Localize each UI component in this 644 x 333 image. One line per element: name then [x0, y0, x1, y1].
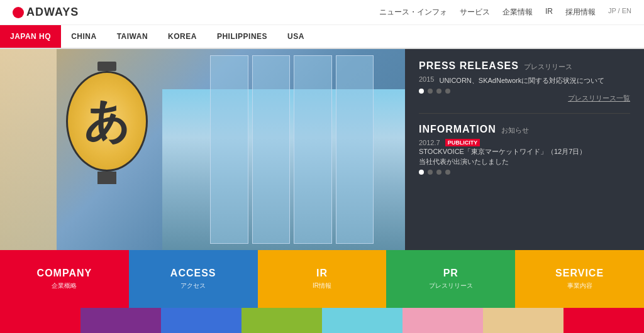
tile-company[interactable]: COMPANY 企業概略	[0, 250, 129, 308]
nav-ir[interactable]: IR	[545, 7, 553, 18]
info-dot-4[interactable]	[445, 170, 450, 175]
logo-icon	[13, 7, 24, 18]
nav-taiwan[interactable]: TAIWAN	[107, 25, 158, 48]
release-date: 2015	[419, 75, 434, 83]
strip-3	[161, 308, 242, 333]
tile-service-en: SERVICE	[555, 268, 604, 279]
logo[interactable]: ADWAYS	[13, 6, 79, 19]
header: ADWAYS ニュース・インフォ サービス 企業情報 IR 採用情報 JP / …	[0, 0, 644, 25]
lantern-bottom	[97, 172, 116, 184]
information-jp: お知らせ	[501, 126, 529, 135]
info-dot-1[interactable]	[419, 170, 424, 175]
nav-philippines[interactable]: PHILIPPINES	[207, 25, 277, 48]
press-releases-jp: プレスリリース	[524, 62, 572, 72]
tile-pr[interactable]: PR プレスリリース	[386, 250, 515, 308]
top-nav: JAPAN HQ CHINA TAIWAN KOREA PHILIPPINES …	[0, 25, 644, 49]
tile-service[interactable]: SERVICE 事業内容	[515, 250, 644, 308]
nav-news[interactable]: ニュース・インフォ	[379, 7, 447, 18]
tile-company-jp: 企業概略	[52, 281, 77, 290]
hero-panel: PRESS RELEASES プレスリリース 2015 UNICORN、SKAd…	[405, 49, 644, 250]
tile-pr-jp: プレスリリース	[429, 281, 473, 290]
nav-service[interactable]: サービス	[460, 7, 490, 18]
window-frames	[204, 49, 380, 250]
color-strip	[0, 308, 644, 333]
release-text: UNICORN、SKAdNetworkに関する対応状況について	[439, 75, 604, 86]
strip-5	[322, 308, 402, 333]
information-section: INFORMATION お知らせ 2012.7 PUBLICITY STOCKV…	[419, 124, 630, 175]
tile-service-jp: 事業内容	[567, 281, 592, 290]
strip-7	[483, 308, 564, 333]
press-releases-section: PRESS RELEASES プレスリリース 2015 UNICORN、SKAd…	[419, 60, 630, 103]
header-nav: ニュース・インフォ サービス 企業情報 IR 採用情報 JP / EN	[379, 7, 631, 18]
nav-recruit[interactable]: 採用情報	[565, 7, 596, 18]
lantern-body: あ	[66, 71, 148, 172]
info-text: 当社代表が出演いたしました	[419, 156, 630, 167]
info-entry: 2012.7 PUBLICITY	[419, 139, 630, 146]
dot-1[interactable]	[419, 89, 424, 94]
lantern-char: あ	[84, 91, 130, 151]
divider	[419, 113, 630, 114]
lantern: あ	[63, 62, 151, 187]
tile-ir[interactable]: IR IR情報	[258, 250, 387, 308]
press-release-entry: 2015 UNICORN、SKAdNetworkに関する対応状況について	[419, 75, 630, 86]
hero-section: あ PRESS RELEASES プレスリリース 2015 UNICORN、SK…	[0, 49, 644, 250]
info-badge: PUBLICITY	[445, 139, 480, 146]
press-releases-en: PRESS RELEASES	[419, 60, 519, 72]
info-dot-2[interactable]	[428, 170, 433, 175]
dot-2[interactable]	[428, 89, 433, 94]
tile-access-jp: アクセス	[180, 281, 206, 290]
strip-1	[0, 308, 80, 333]
info-title: STOCKVOICE「東京マーケットワイド」（12月7日）	[419, 146, 630, 157]
nav-usa[interactable]: USA	[277, 25, 314, 48]
tile-pr-en: PR	[443, 268, 458, 279]
nav-company[interactable]: 企業情報	[502, 7, 533, 18]
lang-switch[interactable]: JP / EN	[608, 7, 631, 18]
info-dots	[419, 170, 630, 175]
dot-3[interactable]	[436, 89, 441, 94]
tile-access-en: ACCESS	[170, 268, 216, 279]
information-title: INFORMATION お知らせ	[419, 124, 630, 135]
tile-ir-en: IR	[316, 268, 328, 279]
nav-japan-hq[interactable]: JAPAN HQ	[0, 25, 61, 48]
press-releases-link[interactable]: プレスリリース一覧	[419, 94, 630, 103]
tile-access[interactable]: ACCESS アクセス	[129, 250, 258, 308]
nav-china[interactable]: CHINA	[61, 25, 107, 48]
nav-korea[interactable]: KOREA	[158, 25, 207, 48]
dot-4[interactable]	[445, 89, 450, 94]
strip-4	[242, 308, 322, 333]
press-releases-title: PRESS RELEASES プレスリリース	[419, 60, 630, 72]
press-dots	[419, 89, 630, 94]
logo-text: ADWAYS	[26, 6, 79, 19]
information-en: INFORMATION	[419, 124, 496, 135]
strip-6	[402, 308, 483, 333]
tile-ir-jp: IR情報	[313, 281, 331, 290]
tile-company-en: COMPANY	[37, 268, 92, 279]
lantern-top	[97, 62, 116, 71]
strip-2	[80, 308, 161, 333]
tiles-section: COMPANY 企業概略 ACCESS アクセス IR IR情報 PR プレスリ…	[0, 250, 644, 308]
art-panel	[0, 49, 57, 250]
info-dot-3[interactable]	[436, 170, 441, 175]
info-date: 2012.7	[419, 139, 440, 146]
strip-8	[564, 308, 644, 333]
hero-image: あ	[0, 49, 405, 250]
